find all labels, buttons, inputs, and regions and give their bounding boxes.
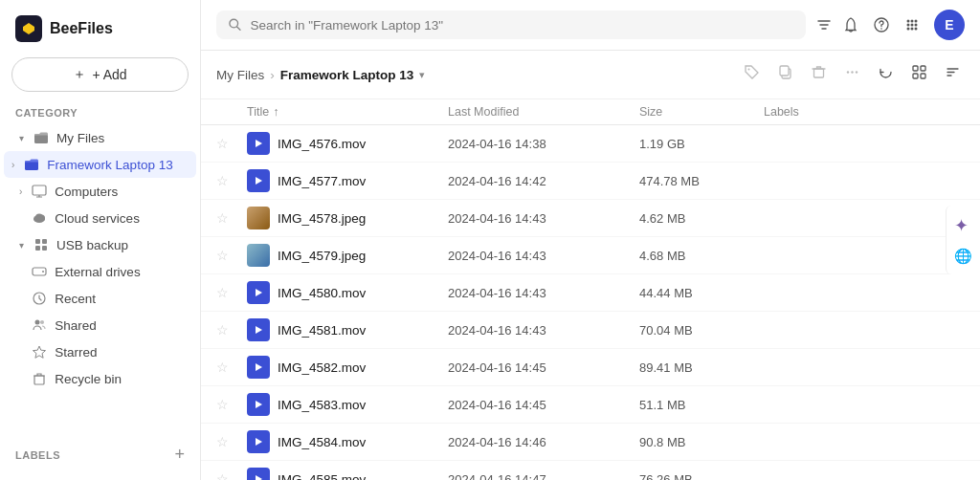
star-button[interactable]: ☆ — [216, 471, 247, 480]
svg-marker-43 — [256, 177, 262, 185]
file-size: 90.8 MB — [639, 435, 764, 449]
table-row[interactable]: ☆ IMG_4580.mov 2024-04-16 14:43 44.44 MB — [201, 274, 980, 312]
cloud-icon — [32, 210, 47, 226]
table-row[interactable]: ☆ IMG_4577.mov 2024-04-16 14:42 474.78 M… — [201, 163, 980, 200]
add-button[interactable]: ＋ + Add — [11, 57, 189, 92]
sidebar-item-framework-laptop[interactable]: › Framework Laptop 13 — [4, 151, 196, 178]
tag-action-icon[interactable] — [740, 60, 764, 89]
file-table: Title ↑ Last Modified Size Labels ☆ IMG_… — [201, 99, 980, 480]
table-row[interactable]: ☆ IMG_4582.mov 2024-04-16 14:45 89.41 MB — [201, 349, 980, 386]
svg-point-28 — [907, 28, 910, 31]
sidebar-item-cloud-services[interactable]: › Cloud services — [4, 205, 196, 231]
file-name-cell: IMG_4583.mov — [247, 393, 448, 416]
sort-icon[interactable] — [941, 60, 965, 89]
svg-rect-8 — [35, 239, 40, 244]
star-button[interactable]: ☆ — [216, 173, 247, 188]
file-date: 2024-04-16 14:38 — [448, 137, 639, 151]
star-button[interactable]: ☆ — [216, 397, 247, 412]
grid-view-icon[interactable] — [907, 60, 931, 89]
more-action-icon[interactable] — [840, 60, 864, 89]
folder-icon — [24, 157, 39, 172]
svg-rect-41 — [921, 74, 925, 78]
star-button[interactable]: ☆ — [216, 210, 247, 226]
star-button[interactable]: ☆ — [216, 136, 247, 151]
star-button[interactable]: ☆ — [216, 434, 247, 449]
translate-icon[interactable]: 🌐 — [950, 244, 976, 269]
file-name: IMG_4584.mov — [278, 435, 366, 449]
table-row[interactable]: ☆ IMG_4584.mov 2024-04-16 14:46 90.8 MB — [201, 424, 980, 461]
delete-action-icon[interactable] — [807, 60, 831, 89]
file-date: 2024-04-16 14:47 — [448, 472, 639, 481]
copy-action-icon[interactable] — [773, 60, 797, 89]
avatar[interactable]: E — [934, 10, 965, 40]
svg-point-37 — [856, 71, 858, 73]
svg-rect-9 — [42, 239, 47, 244]
sidebar: BeeFiles ＋ + Add Category ▾ My Files › F… — [0, 0, 201, 480]
svg-point-15 — [35, 320, 40, 325]
table-row[interactable]: ☆ IMG_4579.jpeg 2024-04-16 14:43 4.68 MB — [201, 237, 980, 274]
help-icon[interactable] — [873, 16, 890, 33]
search-input[interactable] — [250, 18, 794, 33]
image-file-icon — [247, 207, 270, 229]
svg-point-22 — [907, 20, 910, 23]
svg-point-27 — [915, 24, 918, 27]
svg-rect-33 — [780, 66, 789, 76]
chevron-right-icon: › — [19, 186, 22, 197]
table-row[interactable]: ☆ IMG_4576.mov 2024-04-16 14:38 1.19 GB — [201, 125, 980, 163]
svg-point-29 — [911, 28, 914, 31]
svg-rect-3 — [33, 185, 46, 195]
star-button[interactable]: ☆ — [216, 248, 247, 263]
file-rows: ☆ IMG_4576.mov 2024-04-16 14:38 1.19 GB … — [201, 125, 980, 480]
sidebar-item-label: Cloud services — [55, 211, 140, 226]
bell-icon[interactable] — [842, 16, 859, 33]
svg-marker-0 — [23, 23, 34, 34]
star-button[interactable]: ☆ — [216, 322, 247, 338]
chevron-right-icon: › — [11, 160, 14, 170]
sidebar-item-starred[interactable]: › Starred — [4, 338, 196, 365]
chevron-down-icon: ▾ — [19, 133, 24, 143]
table-row[interactable]: ☆ IMG_4583.mov 2024-04-16 14:45 51.1 MB — [201, 386, 980, 424]
sidebar-item-label: Framework Laptop 13 — [47, 158, 172, 172]
file-size: 70.04 MB — [639, 323, 764, 338]
filter-icon[interactable] — [815, 16, 833, 33]
breadcrumb-parent[interactable]: My Files — [216, 68, 264, 82]
sidebar-item-recycle-bin[interactable]: › Recycle bin — [4, 365, 196, 392]
svg-point-23 — [911, 20, 914, 23]
breadcrumb-dropdown-icon[interactable]: ▾ — [419, 69, 425, 81]
svg-point-13 — [42, 271, 44, 273]
file-size: 1.19 GB — [639, 137, 764, 151]
file-name: IMG_4585.mov — [278, 472, 366, 481]
col-labels: Labels — [764, 105, 965, 119]
edge-panel: ✦ 🌐 — [946, 206, 980, 274]
file-size: 4.68 MB — [639, 249, 764, 263]
svg-point-35 — [847, 71, 849, 73]
table-row[interactable]: ☆ IMG_4581.mov 2024-04-16 14:43 70.04 MB — [201, 312, 980, 349]
refresh-action-icon[interactable] — [874, 60, 898, 89]
sidebar-item-my-files[interactable]: ▾ My Files — [4, 124, 196, 151]
trash-icon — [32, 371, 47, 386]
file-date: 2024-04-16 14:46 — [448, 435, 639, 449]
file-size: 474.78 MB — [639, 174, 764, 188]
search-bar[interactable] — [216, 11, 806, 39]
people-icon — [32, 317, 47, 333]
apps-icon[interactable] — [903, 16, 921, 33]
svg-rect-10 — [35, 246, 40, 251]
sidebar-item-computers[interactable]: › Computers — [4, 178, 196, 205]
sidebar-item-label: USB backup — [56, 238, 128, 252]
table-row[interactable]: ☆ IMG_4585.mov 2024-04-16 14:47 76.26 MB — [201, 461, 980, 480]
search-icon — [228, 17, 242, 33]
file-date: 2024-04-16 14:42 — [448, 174, 639, 188]
sparkle-icon[interactable]: ✦ — [950, 211, 976, 240]
sidebar-item-shared[interactable]: › Shared — [4, 312, 196, 338]
sidebar-item-recent[interactable]: › Recent — [4, 285, 196, 312]
star-button[interactable]: ☆ — [216, 285, 247, 300]
table-row[interactable]: ☆ IMG_4578.jpeg 2024-04-16 14:43 4.62 MB — [201, 200, 980, 237]
add-label-button[interactable]: + — [174, 445, 185, 465]
star-button[interactable]: ☆ — [216, 360, 247, 375]
folder-icon — [33, 130, 49, 145]
video-file-icon — [247, 318, 270, 341]
sidebar-item-external-drives[interactable]: › External drives — [4, 258, 196, 285]
svg-point-21 — [880, 28, 882, 30]
chevron-down-icon: ▾ — [19, 240, 24, 251]
sidebar-item-usb-backup[interactable]: ▾ USB backup — [4, 231, 196, 258]
